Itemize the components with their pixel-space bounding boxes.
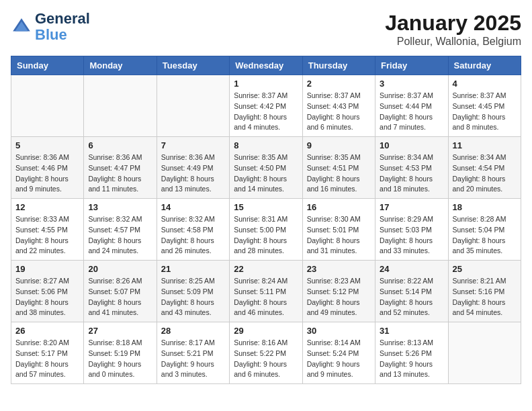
- day-info: Sunrise: 8:37 AMSunset: 4:42 PMDaylight:…: [234, 91, 298, 133]
- calendar-header-sunday: Sunday: [11, 56, 84, 75]
- calendar-day-29: 29Sunrise: 8:16 AMSunset: 5:22 PMDayligh…: [230, 322, 302, 384]
- day-number: 28: [161, 326, 225, 336]
- day-info: Sunrise: 8:31 AMSunset: 5:00 PMDaylight:…: [234, 214, 298, 257]
- calendar-day-4: 4Sunrise: 8:37 AMSunset: 4:45 PMDaylight…: [448, 75, 521, 137]
- calendar-day-27: 27Sunrise: 8:18 AMSunset: 5:19 PMDayligh…: [84, 322, 157, 384]
- calendar-day-19: 19Sunrise: 8:27 AMSunset: 5:06 PMDayligh…: [11, 261, 84, 322]
- calendar-day-empty: [157, 75, 229, 137]
- day-info: Sunrise: 8:34 AMSunset: 4:54 PMDaylight:…: [453, 152, 517, 195]
- day-number: 25: [453, 264, 517, 274]
- day-number: 16: [307, 202, 371, 212]
- day-info: Sunrise: 8:36 AMSunset: 4:49 PMDaylight:…: [161, 152, 225, 195]
- calendar-day-9: 9Sunrise: 8:35 AMSunset: 4:51 PMDaylight…: [302, 137, 375, 199]
- day-info: Sunrise: 8:36 AMSunset: 4:46 PMDaylight:…: [15, 152, 79, 195]
- calendar-header-friday: Friday: [375, 56, 448, 75]
- calendar-day-empty: [448, 322, 521, 384]
- calendar-title: January 2025: [385, 11, 521, 36]
- calendar-day-28: 28Sunrise: 8:17 AMSunset: 5:21 PMDayligh…: [157, 322, 229, 384]
- calendar-day-26: 26Sunrise: 8:20 AMSunset: 5:17 PMDayligh…: [11, 322, 84, 384]
- day-number: 19: [15, 264, 79, 274]
- calendar-day-13: 13Sunrise: 8:32 AMSunset: 4:57 PMDayligh…: [84, 199, 157, 261]
- calendar-week-row: 12Sunrise: 8:33 AMSunset: 4:55 PMDayligh…: [11, 199, 521, 261]
- day-info: Sunrise: 8:33 AMSunset: 4:55 PMDaylight:…: [15, 214, 79, 257]
- day-number: 14: [161, 202, 225, 212]
- day-number: 12: [15, 202, 79, 212]
- day-info: Sunrise: 8:28 AMSunset: 5:04 PMDaylight:…: [453, 214, 517, 257]
- day-info: Sunrise: 8:37 AMSunset: 4:45 PMDaylight:…: [453, 91, 517, 133]
- day-info: Sunrise: 8:16 AMSunset: 5:22 PMDaylight:…: [234, 338, 298, 380]
- day-info: Sunrise: 8:34 AMSunset: 4:53 PMDaylight:…: [380, 152, 443, 195]
- calendar-day-11: 11Sunrise: 8:34 AMSunset: 4:54 PMDayligh…: [448, 137, 521, 199]
- day-number: 22: [234, 264, 298, 274]
- calendar-table: SundayMondayTuesdayWednesdayThursdayFrid…: [11, 56, 521, 384]
- calendar-header-saturday: Saturday: [448, 56, 521, 75]
- day-info: Sunrise: 8:37 AMSunset: 4:43 PMDaylight:…: [307, 91, 371, 133]
- calendar-day-7: 7Sunrise: 8:36 AMSunset: 4:49 PMDaylight…: [157, 137, 229, 199]
- calendar-day-8: 8Sunrise: 8:35 AMSunset: 4:50 PMDaylight…: [230, 137, 302, 199]
- day-info: Sunrise: 8:37 AMSunset: 4:44 PMDaylight:…: [380, 91, 443, 133]
- day-number: 21: [161, 264, 225, 274]
- day-number: 5: [15, 140, 79, 150]
- day-number: 2: [307, 79, 371, 89]
- calendar-subtitle: Polleur, Wallonia, Belgium: [385, 36, 521, 48]
- logo: General Blue: [11, 11, 90, 43]
- calendar-day-24: 24Sunrise: 8:22 AMSunset: 5:14 PMDayligh…: [375, 261, 448, 322]
- calendar-day-23: 23Sunrise: 8:23 AMSunset: 5:12 PMDayligh…: [302, 261, 375, 322]
- day-number: 17: [380, 202, 443, 212]
- day-info: Sunrise: 8:14 AMSunset: 5:24 PMDaylight:…: [307, 338, 371, 380]
- day-info: Sunrise: 8:29 AMSunset: 5:03 PMDaylight:…: [380, 214, 443, 257]
- calendar-week-row: 5Sunrise: 8:36 AMSunset: 4:46 PMDaylight…: [11, 137, 521, 199]
- calendar-day-5: 5Sunrise: 8:36 AMSunset: 4:46 PMDaylight…: [11, 137, 84, 199]
- logo-icon: [11, 16, 32, 38]
- day-number: 15: [234, 202, 298, 212]
- day-info: Sunrise: 8:21 AMSunset: 5:16 PMDaylight:…: [453, 276, 517, 318]
- calendar-day-20: 20Sunrise: 8:26 AMSunset: 5:07 PMDayligh…: [84, 261, 157, 322]
- day-number: 9: [307, 140, 371, 150]
- day-number: 13: [88, 202, 152, 212]
- day-number: 1: [234, 79, 298, 89]
- calendar-day-17: 17Sunrise: 8:29 AMSunset: 5:03 PMDayligh…: [375, 199, 448, 261]
- day-info: Sunrise: 8:35 AMSunset: 4:50 PMDaylight:…: [234, 152, 298, 195]
- calendar-day-18: 18Sunrise: 8:28 AMSunset: 5:04 PMDayligh…: [448, 199, 521, 261]
- calendar-day-empty: [84, 75, 157, 137]
- day-number: 6: [88, 140, 152, 150]
- calendar-week-row: 26Sunrise: 8:20 AMSunset: 5:17 PMDayligh…: [11, 322, 521, 384]
- title-block: January 2025 Polleur, Wallonia, Belgium: [385, 11, 521, 48]
- day-info: Sunrise: 8:23 AMSunset: 5:12 PMDaylight:…: [307, 276, 371, 318]
- day-number: 30: [307, 326, 371, 336]
- calendar-day-31: 31Sunrise: 8:13 AMSunset: 5:26 PMDayligh…: [375, 322, 448, 384]
- day-number: 29: [234, 326, 298, 336]
- calendar-header-tuesday: Tuesday: [157, 56, 229, 75]
- day-info: Sunrise: 8:20 AMSunset: 5:17 PMDaylight:…: [15, 338, 79, 380]
- day-number: 11: [453, 140, 517, 150]
- calendar-day-1: 1Sunrise: 8:37 AMSunset: 4:42 PMDaylight…: [230, 75, 302, 137]
- calendar-header-row: SundayMondayTuesdayWednesdayThursdayFrid…: [11, 56, 521, 75]
- day-info: Sunrise: 8:36 AMSunset: 4:47 PMDaylight:…: [88, 152, 152, 195]
- day-number: 8: [234, 140, 298, 150]
- day-number: 24: [380, 264, 443, 274]
- day-info: Sunrise: 8:32 AMSunset: 4:57 PMDaylight:…: [88, 214, 152, 257]
- day-number: 31: [380, 326, 443, 336]
- day-info: Sunrise: 8:24 AMSunset: 5:11 PMDaylight:…: [234, 276, 298, 318]
- calendar-header-monday: Monday: [84, 56, 157, 75]
- page-header: General Blue January 2025 Polleur, Wallo…: [11, 11, 521, 48]
- calendar-day-21: 21Sunrise: 8:25 AMSunset: 5:09 PMDayligh…: [157, 261, 229, 322]
- calendar-day-empty: [11, 75, 84, 137]
- day-number: 7: [161, 140, 225, 150]
- day-info: Sunrise: 8:18 AMSunset: 5:19 PMDaylight:…: [88, 338, 152, 380]
- logo-line1: General: [35, 11, 90, 27]
- day-info: Sunrise: 8:17 AMSunset: 5:21 PMDaylight:…: [161, 338, 225, 380]
- day-info: Sunrise: 8:13 AMSunset: 5:26 PMDaylight:…: [380, 338, 443, 380]
- logo-line2: Blue: [35, 27, 90, 43]
- day-info: Sunrise: 8:22 AMSunset: 5:14 PMDaylight:…: [380, 276, 443, 318]
- day-number: 18: [453, 202, 517, 212]
- calendar-day-16: 16Sunrise: 8:30 AMSunset: 5:01 PMDayligh…: [302, 199, 375, 261]
- day-info: Sunrise: 8:30 AMSunset: 5:01 PMDaylight:…: [307, 214, 371, 257]
- calendar-day-25: 25Sunrise: 8:21 AMSunset: 5:16 PMDayligh…: [448, 261, 521, 322]
- calendar-week-row: 19Sunrise: 8:27 AMSunset: 5:06 PMDayligh…: [11, 261, 521, 322]
- day-number: 20: [88, 264, 152, 274]
- day-info: Sunrise: 8:27 AMSunset: 5:06 PMDaylight:…: [15, 276, 79, 318]
- calendar-day-12: 12Sunrise: 8:33 AMSunset: 4:55 PMDayligh…: [11, 199, 84, 261]
- day-number: 26: [15, 326, 79, 336]
- calendar-day-3: 3Sunrise: 8:37 AMSunset: 4:44 PMDaylight…: [375, 75, 448, 137]
